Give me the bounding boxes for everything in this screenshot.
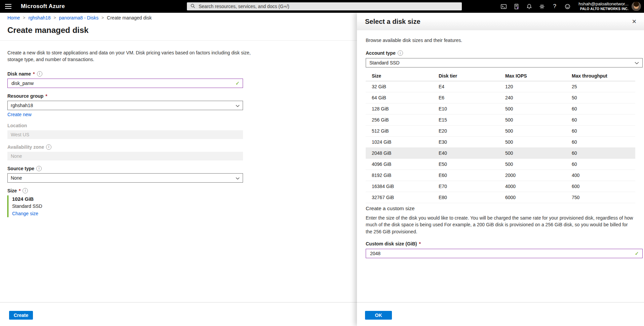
azure-portal: Microsoft Azure	[0, 0, 644, 326]
custom-disk-size-input[interactable]	[369, 250, 627, 257]
field-label-text: Disk name	[7, 71, 31, 77]
table-row[interactable]: 16384 GiBE704000600	[366, 181, 635, 192]
table-cell: 32 GiB	[372, 84, 439, 89]
table-cell: 8192 GiB	[372, 173, 439, 178]
directory-filter-icon[interactable]	[510, 0, 523, 13]
info-icon[interactable]: i	[46, 144, 51, 150]
help-glyph: ?	[553, 3, 556, 10]
select-disk-size-panel: Select a disk size ✕ Browse available di…	[357, 13, 644, 326]
search-input[interactable]	[198, 3, 458, 9]
breadcrumb-home[interactable]: Home	[7, 15, 20, 20]
account-info[interactable]: hshah@paloaltonetwor... PALO ALTO NETWOR…	[578, 1, 629, 11]
panel-footer: OK	[357, 302, 644, 326]
create-button[interactable]: Create	[9, 311, 33, 320]
table-cell: 60	[572, 117, 635, 123]
azure-brand[interactable]: Microsoft Azure	[21, 3, 65, 10]
help-icon[interactable]: ?	[548, 0, 561, 13]
breadcrumb-separator: >	[54, 15, 56, 20]
account-avatar[interactable]	[632, 2, 641, 11]
column-header-size: Size	[372, 73, 439, 79]
main-footer: Create	[0, 302, 357, 326]
table-row[interactable]: 4096 GiBE5050060	[366, 159, 635, 170]
notifications-bell-icon[interactable]	[523, 0, 535, 13]
custom-disk-size-input-wrap: ✓	[366, 249, 643, 258]
table-row[interactable]: 8192 GiBE602000400	[366, 170, 635, 181]
breadcrumb-separator: >	[102, 15, 104, 20]
table-cell: 60	[572, 128, 635, 134]
disk-size-table: Size Disk tier Max IOPS Max throughput 3…	[366, 71, 635, 203]
column-header-disk-tier: Disk tier	[439, 73, 505, 79]
table-cell: 500	[505, 106, 572, 111]
table-row[interactable]: 1024 GiBE3050060	[366, 137, 635, 148]
table-cell: 4000	[505, 184, 572, 189]
resource-group-select[interactable]: rghshah18	[7, 101, 243, 110]
account-type-select[interactable]: Standard SSD	[366, 58, 643, 67]
chevron-down-icon	[635, 60, 639, 65]
info-icon[interactable]: i	[36, 166, 42, 171]
table-cell: 128 GiB	[372, 106, 439, 111]
source-type-select[interactable]: None	[7, 173, 243, 183]
table-cell: E70	[439, 184, 505, 189]
chevron-down-icon	[236, 175, 240, 181]
account-org: PALO ALTO NETWORKS INC.	[578, 7, 629, 11]
availability-zone-label: Availability zone i	[7, 144, 357, 150]
disk-name-input[interactable]	[11, 80, 218, 86]
feedback-smiley-icon[interactable]	[561, 0, 574, 13]
table-cell: 60	[572, 150, 635, 156]
create-new-link[interactable]: Create new	[7, 112, 32, 117]
field-label-text: Resource group	[7, 93, 43, 99]
table-row[interactable]: 32 GiBE412025	[366, 81, 635, 92]
search-icon	[190, 3, 195, 10]
close-icon[interactable]: ✕	[630, 17, 639, 26]
table-cell: 2000	[505, 173, 572, 178]
table-cell: 120	[505, 84, 572, 89]
panel-body: Browse available disk sizes and their fe…	[357, 38, 644, 258]
table-cell: 25	[572, 84, 635, 89]
info-icon[interactable]: i	[23, 188, 28, 193]
page-description: Create a new disk to store applications …	[7, 50, 256, 63]
table-cell: E60	[439, 173, 505, 178]
change-size-link[interactable]: Change size	[12, 211, 38, 216]
table-cell: 400	[572, 173, 635, 178]
account-type-label: Account type i	[366, 50, 635, 56]
table-row[interactable]: 64 GiBE624050	[366, 92, 635, 103]
table-cell: 16384 GiB	[372, 184, 439, 189]
selected-value: rghshah18	[11, 103, 33, 108]
required-asterisk: *	[33, 71, 35, 77]
table-cell: 60	[572, 106, 635, 111]
table-row[interactable]: 2048 GiBE4050060	[366, 148, 635, 159]
custom-size-heading: Create a custom size	[366, 205, 635, 212]
topbar-right: ? hshah@paloaltonetwor... PALO ALTO NETW…	[497, 0, 644, 13]
disabled-value: West US	[11, 132, 29, 137]
location-label: Location	[7, 123, 357, 128]
global-search[interactable]	[187, 2, 462, 10]
table-cell: E50	[439, 161, 505, 167]
table-row[interactable]: 256 GiBE1550060	[366, 114, 635, 126]
field-label-text: Size	[7, 188, 17, 193]
location-field: Location West US	[7, 123, 357, 139]
table-cell: 500	[505, 150, 572, 156]
breadcrumb-separator: >	[23, 15, 25, 20]
table-cell: E15	[439, 117, 505, 123]
panel-subtitle: Browse available disk sizes and their fe…	[366, 38, 635, 43]
disabled-value: None	[11, 153, 22, 159]
disk-size-table-body: 32 GiBE41202564 GiBE624050128 GiBE105006…	[366, 81, 635, 203]
table-row[interactable]: 512 GiBE2050060	[366, 126, 635, 137]
breadcrumb-rghshah18[interactable]: rghshah18	[28, 15, 50, 20]
settings-gear-icon[interactable]	[535, 0, 548, 13]
table-row[interactable]: 128 GiBE1050060	[366, 103, 635, 114]
breadcrumb-current: Create managed disk	[107, 15, 152, 20]
size-value: 1024 GiB	[12, 196, 357, 202]
table-cell: E80	[439, 195, 505, 200]
availability-zone-field: Availability zone i None	[7, 144, 357, 160]
disk-name-field: Disk name * i ✓	[7, 71, 357, 88]
cloud-shell-icon[interactable]	[497, 0, 510, 13]
info-icon[interactable]: i	[398, 50, 403, 56]
hamburger-menu-icon[interactable]	[0, 0, 16, 13]
info-icon[interactable]: i	[37, 71, 42, 77]
resource-group-label: Resource group *	[7, 93, 357, 99]
ok-button[interactable]: OK	[365, 311, 392, 320]
table-row[interactable]: 32767 GiBE806000750	[366, 192, 635, 203]
table-cell: 1024 GiB	[372, 139, 439, 145]
breadcrumb-panorama8-disks[interactable]: panorama8 - Disks	[59, 15, 99, 20]
